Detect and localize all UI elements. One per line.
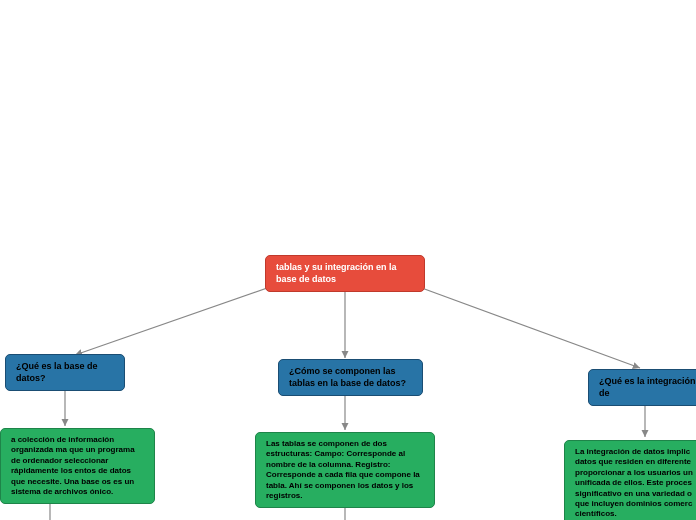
node-q3-label: ¿Qué es la integración de: [599, 376, 696, 398]
node-q3[interactable]: ¿Qué es la integración de: [588, 369, 696, 406]
svg-line-2: [400, 280, 640, 368]
svg-line-0: [75, 280, 290, 355]
node-a1[interactable]: a colección de información organizada ma…: [0, 428, 155, 504]
node-a2-label: Las tablas se componen de dos estructura…: [266, 439, 420, 500]
node-a3[interactable]: La integración de datos implic datos que…: [564, 440, 696, 520]
root-node[interactable]: tablas y su integración en la base de da…: [265, 255, 425, 292]
node-a3-label: La integración de datos implic datos que…: [575, 447, 693, 518]
node-a2[interactable]: Las tablas se componen de dos estructura…: [255, 432, 435, 508]
root-label: tablas y su integración en la base de da…: [276, 262, 397, 284]
node-a1-label: a colección de información organizada ma…: [11, 435, 135, 496]
node-q1-label: ¿Qué es la base de datos?: [16, 361, 98, 383]
node-q2[interactable]: ¿Cómo se componen las tablas en la base …: [278, 359, 423, 396]
node-q1[interactable]: ¿Qué es la base de datos?: [5, 354, 125, 391]
node-q2-label: ¿Cómo se componen las tablas en la base …: [289, 366, 406, 388]
